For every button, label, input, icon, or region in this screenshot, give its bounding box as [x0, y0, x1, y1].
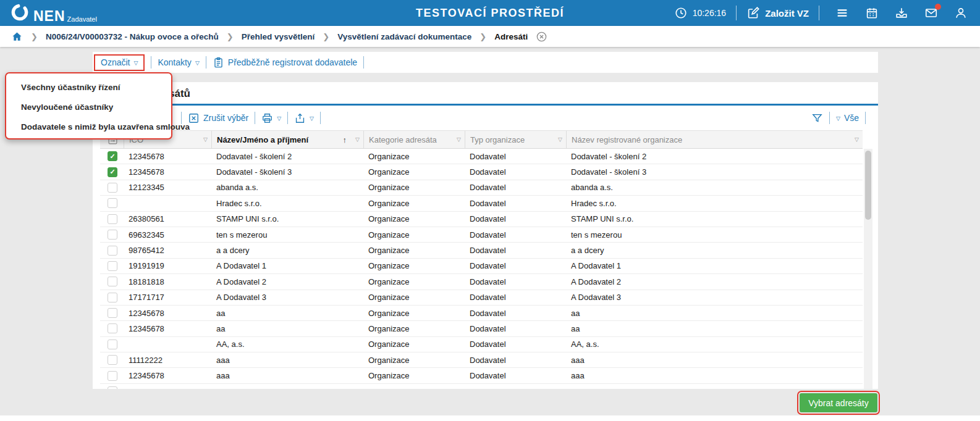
- table-row[interactable]: 12345678 aaa Organizace Dodavatel aaa: [100, 368, 863, 383]
- cell-category: Organizace: [363, 214, 465, 223]
- row-select-cell: [100, 246, 124, 256]
- home-icon[interactable]: [11, 31, 23, 43]
- table-row[interactable]: 11112222 aaa Organizace Dodavatel aaa: [100, 352, 863, 368]
- export-button[interactable]: ▽: [294, 112, 314, 124]
- mark-menu-item[interactable]: Dodavatele s nimiž byla uzavřena smlouva: [6, 117, 171, 137]
- row-checkbox[interactable]: [108, 261, 117, 271]
- addressees-table: IČO ▽ Název/Jméno a příjmení ↑ ▽ Kategor…: [100, 130, 863, 389]
- table-header-row: IČO ▽ Název/Jméno a příjmení ↑ ▽ Kategor…: [100, 130, 863, 149]
- table-row[interactable]: 26380561 STAMP UNI s.r.o. Organizace Dod…: [100, 212, 863, 227]
- table-toolbar: Zrušit výběr ▽ ▽ ▽: [93, 106, 878, 130]
- messages-button[interactable]: [924, 6, 938, 20]
- scrollbar-thumb[interactable]: [865, 151, 871, 220]
- close-icon[interactable]: [536, 31, 547, 43]
- create-vz-button[interactable]: Založit VZ: [746, 6, 809, 20]
- app-logo[interactable]: NEN Zadavatel: [0, 2, 97, 23]
- breadcrumb-item-procedure[interactable]: N006/24/V00003732 - Nákup ovoce a ořechů: [46, 32, 219, 41]
- column-header-org-type[interactable]: Typ organizace ▽: [465, 131, 566, 148]
- row-checkbox[interactable]: [108, 214, 117, 224]
- row-checkbox[interactable]: [108, 230, 117, 240]
- table-row[interactable]: AA, a.s. Organizace Dodavatel AA, a.s.: [100, 337, 863, 352]
- table-row[interactable]: 12345678 aa Organizace Dodavatel aa: [100, 321, 863, 336]
- preregister-supplier-button[interactable]: Předběžně registrovat dodavatele: [213, 57, 357, 69]
- breadcrumb-item-addressees[interactable]: Adresáti: [494, 32, 528, 41]
- filter-icon[interactable]: ▽: [355, 136, 360, 143]
- row-checkbox[interactable]: [108, 151, 117, 161]
- clear-selection-button[interactable]: Zrušit výběr: [188, 112, 248, 124]
- cell-category: Organizace: [363, 340, 465, 349]
- row-checkbox[interactable]: [108, 167, 117, 177]
- row-checkbox[interactable]: [108, 386, 117, 389]
- cell-ico: 12345678: [124, 324, 211, 333]
- row-checkbox[interactable]: [108, 323, 117, 333]
- toolbar-separator: [206, 56, 206, 69]
- row-checkbox[interactable]: [108, 371, 117, 381]
- filter-icon[interactable]: ▽: [558, 136, 562, 143]
- header-divider: [819, 6, 819, 20]
- column-label: Název registrované organizace: [572, 135, 855, 144]
- clock-display: 10:26:16: [674, 6, 727, 20]
- menu-icon: [835, 6, 849, 20]
- edit-icon: [746, 6, 760, 20]
- row-checkbox[interactable]: [108, 355, 117, 365]
- cell-ico: 69632345: [124, 230, 211, 240]
- row-checkbox[interactable]: [108, 183, 117, 193]
- toolbar-separator: [829, 112, 830, 124]
- row-checkbox[interactable]: [108, 340, 117, 349]
- column-header-name[interactable]: Název/Jméno a příjmení ↑ ▽: [211, 131, 363, 148]
- sort-asc-icon: ↑: [343, 135, 347, 144]
- cell-reg-name: A Dodavatel 2: [566, 277, 863, 286]
- table-row[interactable]: 17171717 A Dodavatel 3 Organizace Dodava…: [100, 290, 863, 306]
- table-row[interactable]: 12345678 Dodavatel - školení 3 Organizac…: [100, 164, 863, 180]
- table-row[interactable]: 18181818 A Dodavatel 2 Organizace Dodava…: [100, 274, 863, 290]
- table-scrollbar[interactable]: [864, 149, 872, 389]
- inbox-button[interactable]: [895, 6, 908, 20]
- mark-dropdown-menu: Všechny účastníky řízení Nevyloučené úča…: [5, 72, 172, 140]
- table-row[interactable]: Hradec s.r.o. Organizace Dodavatel Hrade…: [100, 196, 863, 211]
- column-header-category[interactable]: Kategorie adresáta ▽: [363, 131, 465, 148]
- calendar-button[interactable]: [865, 6, 879, 20]
- table-row[interactable]: 12345678 aa Organizace Dodavatel aa: [100, 306, 863, 321]
- select-addressees-button[interactable]: Vybrat adresáty: [800, 393, 877, 412]
- chevron-down-icon: ▽: [277, 115, 281, 122]
- table-row[interactable]: Organizace Dodavatel: [100, 384, 863, 389]
- cell-category: Organizace: [363, 261, 465, 270]
- section-title: Přehled adresátů: [93, 82, 878, 106]
- user-profile-button[interactable]: [954, 6, 968, 20]
- row-checkbox[interactable]: [108, 308, 117, 318]
- filter-preset-dropdown[interactable]: ▽ Vše: [836, 113, 859, 123]
- export-icon: [294, 112, 306, 124]
- cell-ico: 17171717: [124, 293, 211, 302]
- filter-button[interactable]: [811, 112, 823, 124]
- row-select-cell: [100, 167, 124, 177]
- row-select-cell: [100, 277, 124, 286]
- table-row[interactable]: 69632345 ten s mezerou Organizace Dodava…: [100, 227, 863, 243]
- filter-icon[interactable]: ▽: [855, 136, 859, 143]
- breadcrumb-item-explanation[interactable]: Vysvětlení zadávací dokumentace: [337, 32, 471, 41]
- cell-reg-name: aa: [566, 309, 863, 318]
- row-select-cell: [100, 198, 124, 208]
- cell-reg-name: STAMP UNI s.r.o.: [566, 214, 863, 223]
- main-menu-button[interactable]: [835, 6, 849, 20]
- mark-dropdown-button[interactable]: Označit ▽: [94, 54, 145, 71]
- filter-icon[interactable]: ▽: [457, 136, 461, 143]
- mark-menu-item[interactable]: Nevyloučené účastníky: [6, 98, 171, 117]
- print-button[interactable]: ▽: [261, 112, 281, 124]
- logo-subtext: Zadavatel: [67, 15, 97, 23]
- row-checkbox[interactable]: [108, 277, 117, 286]
- row-checkbox[interactable]: [108, 293, 117, 302]
- table-row[interactable]: 19191919 A Dodavatel 1 Organizace Dodava…: [100, 259, 863, 274]
- row-checkbox[interactable]: [108, 198, 117, 208]
- table-row[interactable]: 12123345 abanda a.s. Organizace Dodavate…: [100, 180, 863, 196]
- table-row[interactable]: 12345678 Dodavatel - školení 2 Organizac…: [100, 149, 863, 164]
- row-select-cell: [100, 183, 124, 193]
- row-checkbox[interactable]: [108, 246, 117, 256]
- filter-icon[interactable]: ▽: [203, 136, 208, 143]
- breadcrumb-item-overview[interactable]: Přehled vysvětlení: [242, 32, 315, 41]
- chevron-down-icon: ▽: [310, 115, 314, 122]
- contacts-dropdown-button[interactable]: Kontakty ▽: [158, 57, 199, 67]
- mark-menu-item[interactable]: Všechny účastníky řízení: [6, 78, 171, 98]
- row-select-cell: [100, 230, 124, 240]
- column-header-reg-name[interactable]: Název registrované organizace ▽: [566, 131, 863, 148]
- table-row[interactable]: 98765412 a a dcery Organizace Dodavatel …: [100, 243, 863, 258]
